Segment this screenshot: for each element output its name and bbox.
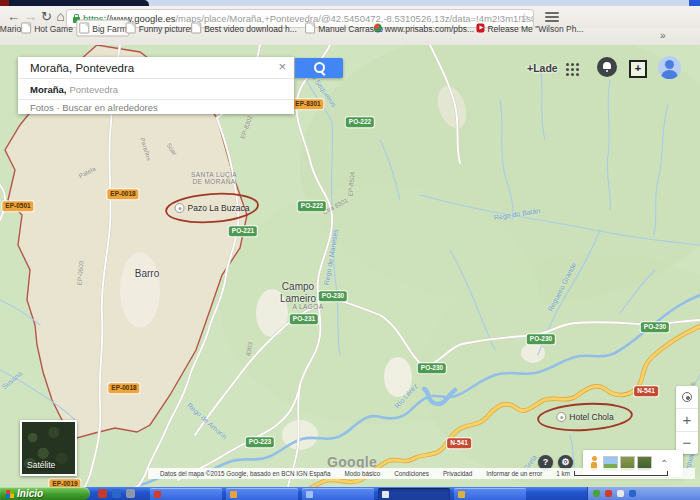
zoom-in-button[interactable]: + — [676, 408, 698, 431]
road-badge: EP-0018 — [107, 189, 138, 199]
poi-icon — [175, 203, 185, 213]
search-suggestion-fotos[interactable]: Fotos · Buscar en alrededores — [18, 99, 294, 114]
system-tray[interactable] — [587, 487, 700, 500]
start-label: Inicio — [17, 488, 43, 499]
road-badge: EP-0019 — [49, 479, 80, 487]
road-badge: PO-223 — [246, 437, 274, 447]
search-input[interactable]: Moraña, Pontevedra — [30, 62, 134, 74]
bookmark-label: Big Farm — [92, 23, 126, 33]
bookmark-label: Mario — [0, 23, 21, 33]
screen: ← → ↻ ⌂ https://www.google.es/maps/place… — [0, 0, 700, 500]
bookmark-label: Funny pictures — [139, 23, 195, 33]
road-badge: PO-230 — [319, 291, 347, 301]
place-label: Campo Lameiro — [280, 281, 316, 304]
start-button[interactable]: Inicio — [0, 487, 90, 500]
road-badge: PO-230 — [641, 322, 669, 332]
map-canvas[interactable]: Río SequeirosRego do BatánRegueiro Grand… — [0, 45, 700, 487]
bookmark-label: Hot Game — [34, 23, 73, 33]
search-icon — [314, 62, 325, 73]
map-data-credit: Datos del mapa ©2015 Google, basado en B… — [160, 470, 331, 477]
bookmarks-bar: Mario Hot Game Big Farm Funny pictures B… — [0, 28, 700, 46]
favicon — [126, 23, 136, 34]
quicklaunch-icon-2[interactable] — [112, 489, 121, 498]
quicklaunch-icon-1[interactable] — [98, 489, 107, 498]
place-label: Barro — [135, 268, 159, 280]
windows-taskbar: Inicio — [0, 487, 700, 500]
tray-icon-1[interactable] — [593, 490, 600, 497]
scale-label: 1 km — [556, 470, 570, 477]
road-badge: EP-8301 — [292, 99, 323, 109]
bookmark-item[interactable]: Best video download h... — [189, 21, 299, 36]
poi-label[interactable]: Pazo La Buzaca — [175, 203, 250, 213]
poi-name: Hotel Chola — [569, 412, 613, 422]
place-label: SANTA LUCÍA DE MORAÑA — [191, 171, 237, 186]
tray-icon-3[interactable] — [617, 490, 624, 497]
add-box-icon[interactable]: + — [629, 60, 647, 78]
taskbar-task-3[interactable] — [302, 488, 374, 500]
road-badge: PO-230 — [418, 363, 446, 373]
my-location-button[interactable] — [676, 386, 698, 408]
clear-search-icon[interactable]: × — [278, 59, 286, 74]
bookmark-label: www.prisabs.com/pbs... — [385, 23, 474, 33]
taskbar-task-2[interactable] — [226, 488, 298, 500]
attribution-link[interactable]: Informar de un error — [486, 470, 542, 477]
satellite-toggle[interactable]: Satélite — [20, 420, 77, 476]
profile-avatar[interactable] — [658, 56, 681, 79]
road-badge: PO-221 — [229, 226, 257, 236]
search-suggestion[interactable]: Moraña, Pontevedra — [18, 78, 294, 99]
bookmark-item[interactable]: Big Farm — [76, 20, 129, 37]
attribution-link[interactable]: Privacidad — [443, 470, 472, 477]
road-badge: EP-0018 — [108, 383, 139, 393]
road-badge: N-541 — [447, 438, 471, 448]
bookmark-label: Best video download h... — [204, 23, 297, 33]
taskbar-task-5[interactable] — [454, 488, 526, 500]
favicon — [21, 23, 31, 34]
poi-label[interactable]: Hotel Chola — [556, 412, 613, 422]
place-label: A LAGOA — [293, 303, 324, 310]
bookmarks-overflow-chevron[interactable]: » — [660, 30, 666, 41]
search-button[interactable] — [295, 58, 343, 78]
attribution-bar: Datos del mapa ©2015 Google, basado en B… — [148, 468, 695, 479]
scale-control: 1 km — [556, 470, 668, 477]
zoom-controls: + − — [676, 386, 698, 454]
bookmark-item[interactable]: Release Me "Wilson Ph... — [474, 21, 585, 36]
notifications-bell-icon[interactable] — [597, 57, 617, 77]
scale-bar — [574, 471, 668, 476]
favicon — [476, 24, 484, 33]
road-badge: PO-222 — [346, 117, 374, 127]
tray-icon-2[interactable] — [605, 490, 612, 497]
quicklaunch-icon-3[interactable] — [126, 489, 135, 498]
road-badge: PO-231 — [290, 314, 318, 324]
account-lade-link[interactable]: +Lade — [527, 62, 558, 74]
road-badge: PO-230 — [527, 334, 555, 344]
favicon — [191, 23, 201, 34]
taskbar-task-4[interactable] — [378, 488, 450, 500]
apps-grid-icon[interactable] — [566, 63, 569, 66]
poi-name: Pazo La Buzaca — [188, 203, 250, 213]
windows-logo-icon — [6, 490, 14, 498]
favicon — [79, 23, 89, 34]
road-badge: PO-222 — [298, 201, 326, 211]
tray-icon-4[interactable] — [629, 490, 636, 497]
favicon — [374, 24, 382, 33]
bookmark-label: Release Me "Wilson Ph... — [487, 23, 583, 33]
attribution-link[interactable]: Condiciones — [394, 470, 429, 477]
bookmark-item[interactable]: Hot Game — [19, 21, 75, 36]
satellite-label: Satélite — [27, 460, 55, 470]
bookmark-item[interactable]: www.prisabs.com/pbs... — [372, 21, 476, 36]
road-badge: EP-0501 — [2, 201, 33, 211]
taskbar-task-1[interactable] — [150, 488, 222, 500]
attribution-link[interactable]: Modo básico — [345, 470, 381, 477]
road-badge: N-541 — [634, 386, 658, 396]
poi-icon — [556, 412, 566, 422]
bookmark-item[interactable]: Funny pictures — [124, 21, 197, 36]
search-panel: Moraña, Pontevedra × Moraña, Pontevedra … — [18, 57, 294, 114]
favicon — [305, 23, 315, 34]
